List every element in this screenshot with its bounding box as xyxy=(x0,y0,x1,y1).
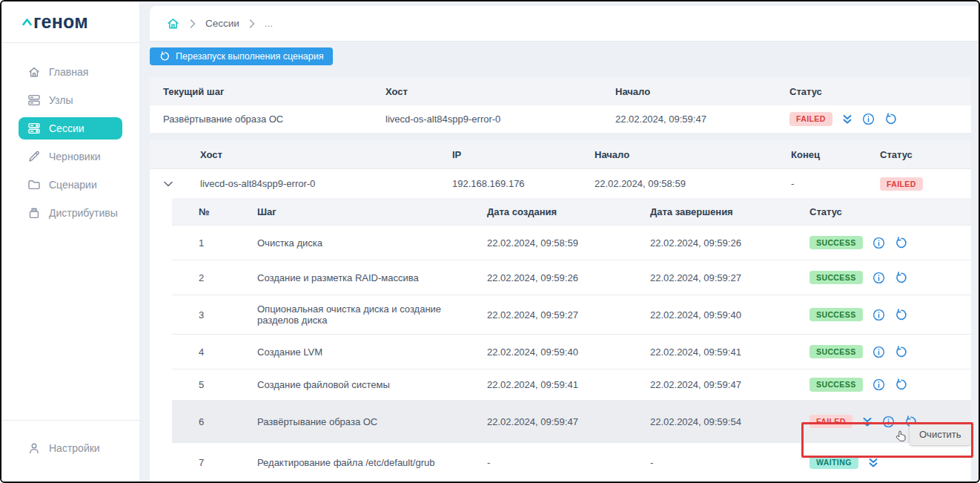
sidebar-item-sessions[interactable]: Сессии xyxy=(19,117,122,139)
column-header-status: Статус xyxy=(797,206,971,217)
session-row: Развёртывание образа ОС livecd-os-alt84s… xyxy=(150,105,971,133)
double-chevron-icon[interactable] xyxy=(868,457,878,468)
step-finished: 22.02.2024, 09:59:47 xyxy=(638,379,797,390)
step-name: Создание LVM xyxy=(231,346,476,358)
sidebar-item-nodes[interactable]: Узлы xyxy=(19,89,122,111)
sidebar-item-home[interactable]: Главная xyxy=(19,61,122,83)
column-header-host: Хост xyxy=(187,149,439,160)
chevron-right-icon xyxy=(190,19,196,28)
host-row: livecd-os-alt84spp9-error-0 192.168.169.… xyxy=(150,168,971,198)
column-header-num: № xyxy=(172,206,231,217)
sidebar-item-label: Сценарии xyxy=(49,179,97,191)
step-finished: 22.02.2024, 09:59:26 xyxy=(638,237,797,249)
step-name: Развёртывание образа ОС xyxy=(231,416,476,427)
sidebar-item-drafts[interactable]: Черновики xyxy=(19,145,122,168)
sessions-icon xyxy=(27,122,41,135)
breadcrumb-ellipsis: ... xyxy=(265,18,273,29)
column-header-start: Начало xyxy=(602,86,776,97)
column-header-created: Дата создания xyxy=(476,206,638,217)
double-chevron-icon[interactable] xyxy=(842,114,852,125)
step-row: 1 Очистка диска 22.02.2024, 09:58:59 22.… xyxy=(172,225,971,260)
host-ip: 192.168.169.176 xyxy=(439,178,581,189)
sidebar: геном Главная Узлы Сессии Черновики Сцен… xyxy=(1,1,139,482)
session-host: livecd-os-alt84spp9-error-0 xyxy=(372,114,602,125)
info-icon[interactable] xyxy=(882,415,895,428)
step-num: 3 xyxy=(172,309,231,321)
step-created: 22.02.2024, 09:59:47 xyxy=(476,416,638,427)
sidebar-nav: Главная Узлы Сессии Черновики Сценарии Д… xyxy=(1,43,139,230)
clear-tooltip: Очистить xyxy=(910,424,971,445)
step-name: Опциональная очистка диска и создание ра… xyxy=(231,303,476,326)
step-row: 3 Опциональная очистка диска и создание … xyxy=(172,295,971,334)
column-header-status: Статус xyxy=(867,149,971,160)
session-current-step: Развёртывание образа ОС xyxy=(150,114,372,125)
steps-table-header: № Шаг Дата создания Дата завершения Стат… xyxy=(172,198,971,225)
session-table-header: Текущий шаг Хост Начало Статус xyxy=(150,77,971,105)
retry-icon[interactable] xyxy=(895,346,907,358)
content-body: Перезапуск выполнения сценария Текущий ш… xyxy=(150,42,979,482)
logo: геном xyxy=(1,1,139,43)
info-icon[interactable] xyxy=(873,346,885,358)
step-num: 6 xyxy=(172,416,231,427)
info-icon[interactable] xyxy=(873,272,885,284)
retry-icon[interactable] xyxy=(895,378,907,391)
breadcrumb-home[interactable] xyxy=(166,16,180,30)
retry-icon[interactable] xyxy=(895,309,907,321)
column-header-end: Конец xyxy=(778,149,867,160)
step-created: 22.02.2024, 09:59:26 xyxy=(476,272,638,283)
step-name: Редактирование файла /etc/default/grub xyxy=(231,457,476,468)
sidebar-item-label: Черновики xyxy=(49,151,101,162)
logo-caret-icon xyxy=(21,18,33,26)
sidebar-item-label: Сессии xyxy=(49,122,85,134)
status-badge: SUCCESS xyxy=(810,308,863,322)
step-row-failed: 6 Развёртывание образа ОС 22.02.2024, 09… xyxy=(172,400,971,442)
sidebar-item-label: Главная xyxy=(49,66,88,78)
session-start: 22.02.2024, 09:59:47 xyxy=(602,114,776,125)
info-icon[interactable] xyxy=(862,113,875,125)
step-finished: 22.02.2024, 09:59:27 xyxy=(638,272,797,283)
host-start: 22.02.2024, 09:58:59 xyxy=(581,178,778,189)
home-icon xyxy=(27,65,41,79)
step-num: 7 xyxy=(172,457,231,468)
sidebar-item-label: Дистрибутивы xyxy=(49,207,118,219)
chevron-down-icon[interactable] xyxy=(164,181,173,187)
steps-table: № Шаг Дата создания Дата завершения Стат… xyxy=(172,198,971,482)
retry-icon[interactable] xyxy=(884,113,897,125)
column-header-status: Статус xyxy=(776,86,971,97)
status-badge: SUCCESS xyxy=(810,236,863,250)
step-row: 4 Создание LVM 22.02.2024, 09:59:40 22.0… xyxy=(172,334,971,369)
restart-button-label: Перезапуск выполнения сценария xyxy=(176,51,323,62)
host-table: Хост IP Начало Конец Статус livecd-os-al… xyxy=(150,140,971,482)
sidebar-item-distributions[interactable]: Дистрибутивы xyxy=(19,202,122,224)
breadcrumb: Сессии ... xyxy=(150,6,979,42)
status-badge: FAILED xyxy=(880,177,923,191)
info-icon[interactable] xyxy=(873,309,885,321)
flash-drive-icon xyxy=(27,206,41,220)
double-chevron-icon[interactable] xyxy=(862,416,873,427)
cursor-icon xyxy=(895,430,909,447)
step-num: 4 xyxy=(172,346,231,358)
app-window: геном Главная Узлы Сессии Черновики Сцен… xyxy=(0,0,980,483)
retry-icon[interactable] xyxy=(895,272,907,284)
step-finished: 22.02.2024, 09:59:40 xyxy=(638,309,797,321)
column-header-finished: Дата завершения xyxy=(638,206,797,217)
sidebar-item-settings[interactable]: Настройки xyxy=(27,437,122,459)
sidebar-item-label: Узлы xyxy=(49,94,73,106)
step-finished: - xyxy=(638,457,797,468)
breadcrumb-sessions[interactable]: Сессии xyxy=(205,18,239,29)
logo-text: геном xyxy=(33,11,88,33)
user-icon xyxy=(27,441,41,455)
host-table-header: Хост IP Начало Конец Статус xyxy=(150,140,971,168)
status-badge: SUCCESS xyxy=(810,271,863,285)
restart-scenario-button[interactable]: Перезапуск выполнения сценария xyxy=(150,47,333,65)
sidebar-item-scenarios[interactable]: Сценарии xyxy=(19,174,122,196)
column-header-current-step: Текущий шаг xyxy=(150,86,372,97)
status-badge: SUCCESS xyxy=(810,378,863,392)
host-name: livecd-os-alt84spp9-error-0 xyxy=(187,178,439,189)
retry-icon[interactable] xyxy=(895,237,907,249)
info-icon[interactable] xyxy=(873,378,885,391)
step-created: 22.02.2024, 09:58:59 xyxy=(476,237,638,249)
folder-icon xyxy=(27,178,41,191)
info-icon[interactable] xyxy=(873,237,885,249)
status-badge: FAILED xyxy=(789,112,832,126)
